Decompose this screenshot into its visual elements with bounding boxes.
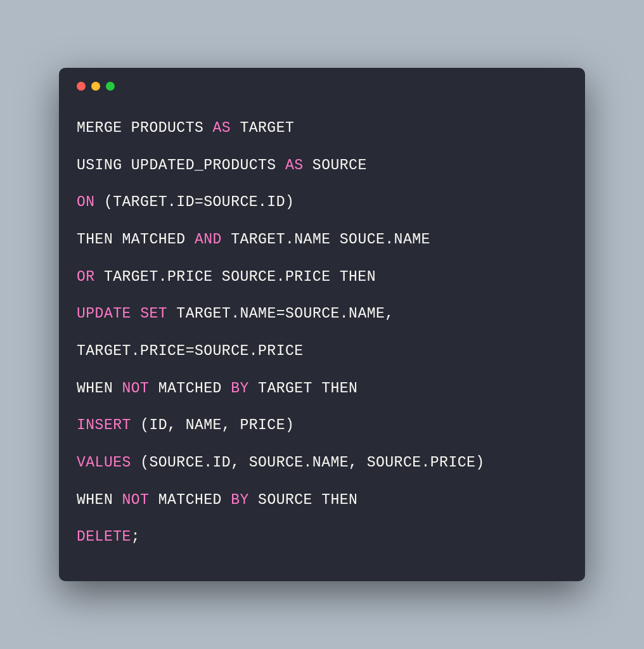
text-token: MERGE PRODUCTS <box>77 120 213 136</box>
code-window: MERGE PRODUCTS AS TARGETUSING UPDATED_PR… <box>59 68 585 581</box>
keyword-token: VALUES <box>77 454 131 471</box>
code-line: VALUES (SOURCE.ID, SOURCE.NAME, SOURCE.P… <box>77 444 567 482</box>
text-token: ; <box>131 529 140 545</box>
code-line: DELETE; <box>77 518 567 556</box>
text-token: SOURCE THEN <box>249 492 358 508</box>
text-token: MATCHED <box>149 380 231 397</box>
text-token: WHEN <box>77 492 122 508</box>
code-line: MERGE PRODUCTS AS TARGET <box>77 110 567 147</box>
maximize-icon[interactable] <box>106 82 115 91</box>
code-line: WHEN NOT MATCHED BY TARGET THEN <box>77 370 567 408</box>
text-token: SOURCE <box>304 157 367 174</box>
code-line: UPDATE SET TARGET.NAME=SOURCE.NAME, <box>77 295 567 333</box>
keyword-token: OR <box>77 269 95 285</box>
code-line: ON (TARGET.ID=SOURCE.ID) <box>77 184 567 221</box>
keyword-token: SET <box>140 305 167 322</box>
code-line: OR TARGET.PRICE SOURCE.PRICE THEN <box>77 259 567 296</box>
minimize-icon[interactable] <box>91 82 100 91</box>
text-token: TARGET.NAME=SOURCE.NAME, <box>167 305 394 322</box>
text-token: TARGET <box>231 120 294 136</box>
text-token: TARGET.PRICE SOURCE.PRICE THEN <box>95 269 376 285</box>
text-token: TARGET.PRICE=SOURCE.PRICE <box>77 343 304 359</box>
code-line: TARGET.PRICE=SOURCE.PRICE <box>77 333 567 370</box>
text-token: WHEN <box>77 380 122 397</box>
code-line: USING UPDATED_PRODUCTS AS SOURCE <box>77 147 567 184</box>
keyword-token: UPDATE <box>77 305 131 322</box>
keyword-token: INSERT <box>77 417 131 434</box>
keyword-token: AS <box>213 120 231 136</box>
text-token: (ID, NAME, PRICE) <box>131 417 294 434</box>
text-token: TARGET.NAME SOUCE.NAME <box>222 231 430 248</box>
code-line: THEN MATCHED AND TARGET.NAME SOUCE.NAME <box>77 221 567 259</box>
text-token: (SOURCE.ID, SOURCE.NAME, SOURCE.PRICE) <box>131 454 485 471</box>
keyword-token: BY <box>231 492 249 508</box>
keyword-token: BY <box>231 380 249 397</box>
text-token: (TARGET.ID=SOURCE.ID) <box>95 194 295 210</box>
keyword-token: NOT <box>122 380 150 397</box>
text-token: THEN MATCHED <box>77 231 195 248</box>
text-token: TARGET THEN <box>249 380 358 397</box>
text-token: USING UPDATED_PRODUCTS <box>77 157 285 174</box>
keyword-token: ON <box>77 194 95 210</box>
text-token: MATCHED <box>149 492 231 508</box>
code-block: MERGE PRODUCTS AS TARGETUSING UPDATED_PR… <box>77 110 567 556</box>
keyword-token: AS <box>285 157 304 174</box>
keyword-token: AND <box>195 231 222 248</box>
keyword-token: NOT <box>122 492 150 508</box>
traffic-lights <box>77 82 567 91</box>
close-icon[interactable] <box>77 82 86 91</box>
code-line: WHEN NOT MATCHED BY SOURCE THEN <box>77 482 567 519</box>
text-token <box>131 305 140 322</box>
code-line: INSERT (ID, NAME, PRICE) <box>77 407 567 444</box>
keyword-token: DELETE <box>77 529 131 545</box>
